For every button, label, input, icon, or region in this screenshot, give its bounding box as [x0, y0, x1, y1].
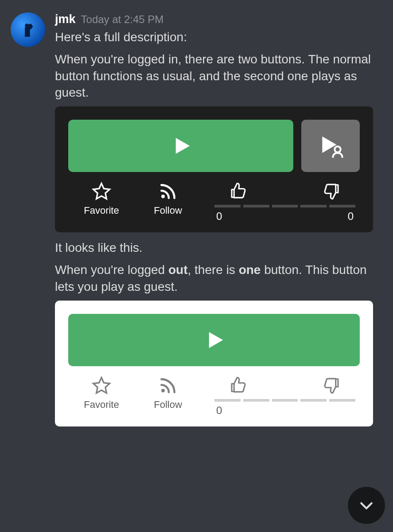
message-text-4: When you're logged out, there is one but…: [55, 262, 384, 295]
play-button[interactable]: [68, 314, 360, 366]
rss-icon: [158, 376, 178, 395]
thumbs-up-icon[interactable]: [229, 376, 247, 395]
action-row: Favorite Follow: [68, 182, 360, 223]
like-count: 0: [216, 404, 222, 417]
play-as-guest-button[interactable]: [301, 120, 360, 172]
avatar-silhouette-icon: [18, 20, 38, 40]
rating-bar: [210, 399, 360, 402]
thumbs-down-icon[interactable]: [323, 376, 341, 395]
play-icon: [169, 134, 193, 158]
favorite-label: Favorite: [84, 399, 119, 411]
username[interactable]: jmk: [55, 12, 76, 26]
favorite-button[interactable]: Favorite: [68, 182, 135, 216]
follow-button[interactable]: Follow: [135, 182, 201, 216]
thumbs-down-icon[interactable]: [323, 182, 341, 200]
chat-message: jmk Today at 2:45 PM Here's a full descr…: [0, 0, 393, 434]
star-icon: [92, 182, 111, 201]
svg-point-1: [335, 147, 340, 153]
rating-counts: 0: [210, 404, 360, 417]
play-guest-icon: [316, 132, 345, 160]
svg-point-2: [161, 195, 165, 198]
attachment-logged-in[interactable]: Favorite Follow: [55, 106, 373, 232]
rating-bar: [210, 205, 360, 207]
follow-label: Follow: [154, 399, 182, 411]
thumbs-up-icon[interactable]: [229, 182, 247, 200]
favorite-label: Favorite: [84, 205, 119, 216]
message-text-1: Here's a full description:: [55, 29, 384, 46]
rating-block: 0 0: [201, 182, 360, 223]
message-text-3: It looks like this.: [55, 239, 384, 256]
play-row: [68, 120, 360, 172]
attachment-logged-out[interactable]: Favorite Follow: [55, 301, 373, 426]
like-count: 0: [216, 210, 222, 223]
follow-label: Follow: [154, 205, 182, 216]
message-content: jmk Today at 2:45 PM Here's a full descr…: [55, 12, 384, 434]
scroll-to-bottom-button[interactable]: [348, 487, 385, 524]
message-header: jmk Today at 2:45 PM: [55, 12, 384, 26]
user-avatar[interactable]: [11, 12, 45, 47]
follow-button[interactable]: Follow: [135, 376, 201, 411]
timestamp: Today at 2:45 PM: [81, 13, 164, 26]
message-text-2: When you're logged in, there are two but…: [55, 51, 384, 101]
star-icon: [92, 376, 111, 395]
play-button[interactable]: [68, 120, 293, 172]
rating-block: 0: [201, 376, 360, 417]
rss-icon: [158, 182, 178, 201]
action-row: Favorite Follow: [68, 376, 360, 417]
rating-counts: 0 0: [210, 210, 360, 223]
play-row: [68, 314, 360, 366]
favorite-button[interactable]: Favorite: [68, 376, 135, 411]
chevron-down-icon: [358, 497, 375, 514]
svg-point-0: [25, 23, 29, 27]
svg-point-3: [161, 389, 165, 392]
dislike-count: 0: [348, 210, 354, 223]
play-icon: [202, 328, 226, 352]
